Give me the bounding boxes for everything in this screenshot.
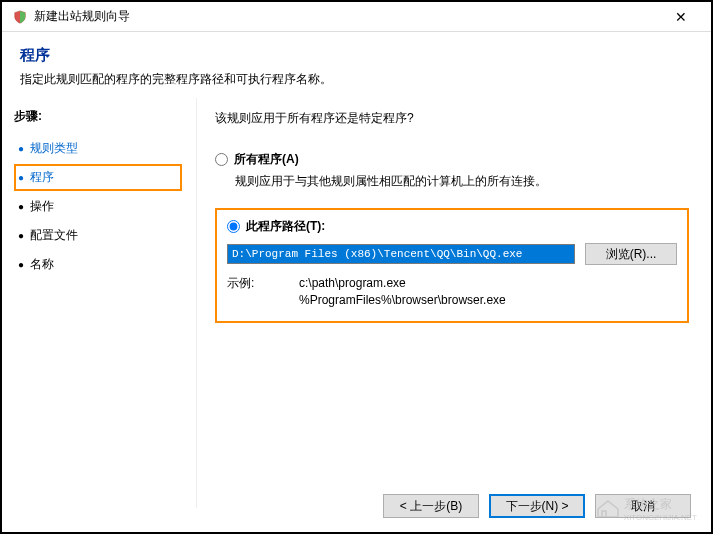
content-area: 步骤: ● 规则类型 ● 程序 ● 操作 ● 配置文件 ● 名称 该规则应用于所… <box>2 98 711 508</box>
question-text: 该规则应用于所有程序还是特定程序? <box>215 110 689 127</box>
example-label: 示例: <box>227 275 299 309</box>
sidebar-item-label: 配置文件 <box>30 227 78 244</box>
radio-program-path-label: 此程序路径(T): <box>246 218 325 235</box>
window-title: 新建出站规则向导 <box>34 8 661 25</box>
next-button[interactable]: 下一步(N) > <box>489 494 585 518</box>
back-button[interactable]: < 上一步(B) <box>383 494 479 518</box>
main-panel: 该规则应用于所有程序还是特定程序? 所有程序(A) 规则应用于与其他规则属性相匹… <box>197 98 711 508</box>
shield-icon <box>12 9 28 25</box>
sidebar-item-label: 程序 <box>30 169 54 186</box>
sidebar-item-profile[interactable]: ● 配置文件 <box>14 222 182 249</box>
example-paths: c:\path\program.exe %ProgramFiles%\brows… <box>299 275 506 309</box>
program-path-input[interactable] <box>227 244 575 264</box>
bullet-icon: ● <box>18 173 24 183</box>
sidebar-item-rule-type[interactable]: ● 规则类型 <box>14 135 182 162</box>
sidebar-item-action[interactable]: ● 操作 <box>14 193 182 220</box>
radio-all-programs[interactable] <box>215 153 228 166</box>
radio-all-programs-desc: 规则应用于与其他规则属性相匹配的计算机上的所有连接。 <box>235 172 689 190</box>
page-description: 指定此规则匹配的程序的完整程序路径和可执行程序名称。 <box>20 71 693 88</box>
sidebar-item-name[interactable]: ● 名称 <box>14 251 182 278</box>
sidebar-item-program[interactable]: ● 程序 <box>14 164 182 191</box>
footer-buttons: < 上一步(B) 下一步(N) > 取消 <box>383 494 691 518</box>
radio-program-path[interactable] <box>227 220 240 233</box>
bullet-icon: ● <box>18 260 24 270</box>
example-path-1: c:\path\program.exe <box>299 275 506 292</box>
titlebar: 新建出站规则向导 ✕ <box>2 2 711 32</box>
close-button[interactable]: ✕ <box>661 9 701 25</box>
example-path-2: %ProgramFiles%\browser\browser.exe <box>299 292 506 309</box>
page-title: 程序 <box>20 46 693 65</box>
bullet-icon: ● <box>18 231 24 241</box>
sidebar-item-label: 名称 <box>30 256 54 273</box>
header-section: 程序 指定此规则匹配的程序的完整程序路径和可执行程序名称。 <box>2 32 711 98</box>
radio-all-programs-section: 所有程序(A) 规则应用于与其他规则属性相匹配的计算机上的所有连接。 <box>215 151 689 190</box>
radio-all-programs-label: 所有程序(A) <box>234 151 299 168</box>
radio-program-path-section: 此程序路径(T): 浏览(R)... 示例: c:\path\program.e… <box>215 208 689 323</box>
sidebar-title: 步骤: <box>14 108 182 125</box>
bullet-icon: ● <box>18 202 24 212</box>
browse-button[interactable]: 浏览(R)... <box>585 243 677 265</box>
cancel-button[interactable]: 取消 <box>595 494 691 518</box>
bullet-icon: ● <box>18 144 24 154</box>
sidebar-item-label: 规则类型 <box>30 140 78 157</box>
sidebar: 步骤: ● 规则类型 ● 程序 ● 操作 ● 配置文件 ● 名称 <box>2 98 197 508</box>
sidebar-item-label: 操作 <box>30 198 54 215</box>
